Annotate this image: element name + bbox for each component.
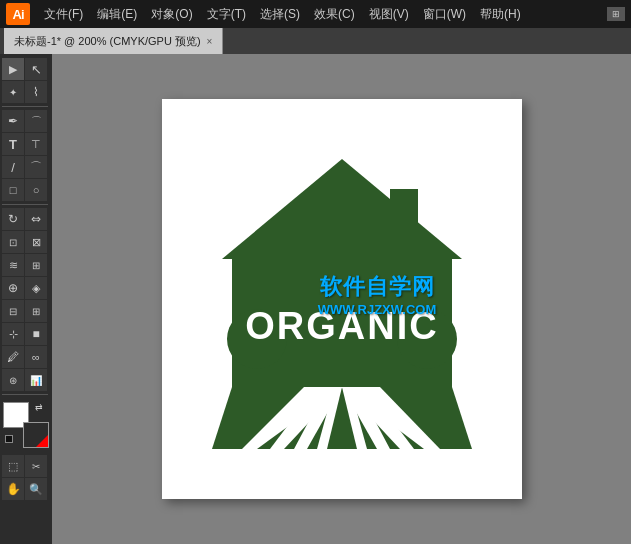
artboard-tool[interactable]: ⬚: [2, 455, 24, 477]
menu-text[interactable]: 文字(T): [201, 4, 252, 25]
reset-colors-icon[interactable]: [5, 435, 13, 443]
arc-tool[interactable]: ⌒: [25, 156, 47, 178]
main-layout: ▶ ↖ ✦ ⌇ ✒ ⌒ T ⊤ / ⌒ □ ○ ↻ ⇔ ⊡: [0, 54, 631, 544]
eyedropper-tool[interactable]: 🖉: [2, 346, 24, 368]
window-controls: ⊞: [607, 7, 625, 21]
svg-rect-1: [390, 189, 418, 239]
svg-marker-6: [212, 387, 472, 449]
hand-tool[interactable]: ✋: [2, 478, 24, 500]
tool-separator-2: [2, 204, 48, 205]
ellipse-tool[interactable]: ○: [25, 179, 47, 201]
direct-selection-tool[interactable]: ↖: [25, 58, 47, 80]
svg-marker-0: [222, 159, 462, 259]
magic-wand-tool[interactable]: ✦: [2, 81, 24, 103]
perspective-selection-tool[interactable]: ⊞: [25, 300, 47, 322]
mesh-tool[interactable]: ⊹: [2, 323, 24, 345]
type-tool[interactable]: T: [2, 133, 24, 155]
scale-tool[interactable]: ⊡: [2, 231, 24, 253]
swap-colors-icon[interactable]: ⇄: [35, 402, 49, 416]
menu-file[interactable]: 文件(F): [38, 4, 89, 25]
grid-view-button[interactable]: ⊞: [607, 7, 625, 21]
menu-object[interactable]: 对象(O): [145, 4, 198, 25]
perspective-grid-tool[interactable]: ⊟: [2, 300, 24, 322]
ai-logo-icon: Ai: [6, 3, 30, 25]
selection-tool[interactable]: ▶: [2, 58, 24, 80]
background-color[interactable]: [23, 422, 49, 448]
canvas-area: ORGANIC 软件自学网 WWW.RJZXW.COM: [52, 54, 631, 544]
rotate-tool[interactable]: ↻: [2, 208, 24, 230]
titlebar: Ai 文件(F) 编辑(E) 对象(O) 文字(T) 选择(S) 效果(C) 视…: [0, 0, 631, 28]
organic-logo: ORGANIC: [202, 139, 482, 459]
touch-type-tool[interactable]: ⊤: [25, 133, 47, 155]
zoom-tool[interactable]: 🔍: [25, 478, 47, 500]
toolbar: ▶ ↖ ✦ ⌇ ✒ ⌒ T ⊤ / ⌒ □ ○ ↻ ⇔ ⊡: [0, 54, 52, 544]
tool-separator-3: [2, 394, 48, 395]
menu-view[interactable]: 视图(V): [363, 4, 415, 25]
shear-tool[interactable]: ⊠: [25, 231, 47, 253]
svg-text:ORGANIC: ORGANIC: [245, 305, 438, 347]
blend-tool[interactable]: ∞: [25, 346, 47, 368]
lasso-tool[interactable]: ⌇: [25, 81, 47, 103]
curvature-tool[interactable]: ⌒: [25, 110, 47, 132]
rectangle-tool[interactable]: □: [2, 179, 24, 201]
symbol-sprayer-tool[interactable]: ⊛: [2, 369, 24, 391]
live-paint-bucket[interactable]: ◈: [25, 277, 47, 299]
menu-edit[interactable]: 编辑(E): [91, 4, 143, 25]
pen-tool[interactable]: ✒: [2, 110, 24, 132]
menu-select[interactable]: 选择(S): [254, 4, 306, 25]
document-tab[interactable]: 未标题-1* @ 200% (CMYK/GPU 预览) ×: [4, 28, 223, 54]
warp-tool[interactable]: ≋: [2, 254, 24, 276]
artboard: ORGANIC 软件自学网 WWW.RJZXW.COM: [162, 99, 522, 499]
menubar: 文件(F) 编辑(E) 对象(O) 文字(T) 选择(S) 效果(C) 视图(V…: [38, 4, 599, 25]
line-segment-tool[interactable]: /: [2, 156, 24, 178]
column-graph-tool[interactable]: 📊: [25, 369, 47, 391]
free-transform-tool[interactable]: ⊞: [25, 254, 47, 276]
menu-effect[interactable]: 效果(C): [308, 4, 361, 25]
tool-separator-1: [2, 106, 48, 107]
tab-close-button[interactable]: ×: [207, 36, 213, 47]
color-swatches: ⇄: [3, 402, 49, 448]
menu-help[interactable]: 帮助(H): [474, 4, 527, 25]
tabbar: 未标题-1* @ 200% (CMYK/GPU 预览) ×: [0, 28, 631, 54]
slice-tool[interactable]: ✂: [25, 455, 47, 477]
menu-window[interactable]: 窗口(W): [417, 4, 472, 25]
gradient-tool[interactable]: ■: [25, 323, 47, 345]
tab-title: 未标题-1* @ 200% (CMYK/GPU 预览): [14, 34, 201, 49]
shape-builder-tool[interactable]: ⊕: [2, 277, 24, 299]
reflect-tool[interactable]: ⇔: [25, 208, 47, 230]
